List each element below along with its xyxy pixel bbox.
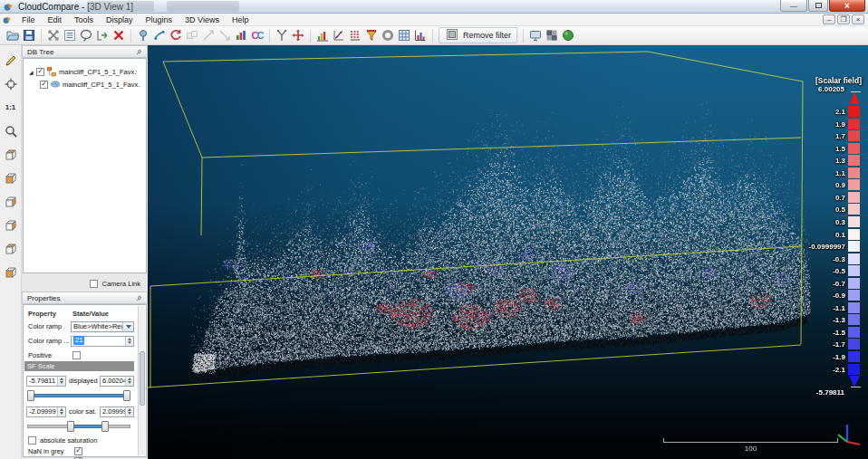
menu-3d-views[interactable]: 3D Views [178, 14, 226, 26]
menu-edit[interactable]: Edit [42, 14, 69, 26]
delete-icon[interactable] [111, 27, 127, 43]
view-back-icon[interactable] [3, 241, 18, 256]
mdi-minimize-button[interactable]: ‒ [823, 14, 835, 24]
saturation-min-spinbox[interactable]: -2.09999 [26, 406, 66, 417]
scrollbar-thumb[interactable] [140, 351, 145, 406]
apply-transformation-icon[interactable] [94, 27, 111, 43]
minimize-button[interactable]: — [780, 0, 807, 12]
match-scale-down-icon[interactable] [217, 27, 233, 43]
maximize-button[interactable] [808, 0, 828, 12]
view-bottom-icon[interactable] [3, 264, 18, 280]
compute-octree-icon[interactable] [380, 27, 396, 43]
point-list-picking-icon[interactable] [151, 27, 168, 43]
zoom-center-icon[interactable] [45, 27, 62, 43]
displayed-min-spinbox[interactable]: -5.79811 [26, 376, 66, 387]
color-scales-manager-icon[interactable]: CC [249, 27, 265, 43]
remove-filter-button[interactable]: Remove filter [439, 27, 517, 43]
legend-value-label: 0.1 [835, 231, 845, 239]
edit-pen-icon[interactable] [3, 53, 18, 68]
sf-arithmetic-icon[interactable] [363, 27, 380, 43]
color-ramp-steps-value[interactable]: 21 [73, 336, 84, 345]
positive-checkbox[interactable]: ✓ [72, 351, 81, 359]
pin-icon[interactable] [134, 294, 143, 303]
menu-plugins[interactable]: Plugins [140, 14, 179, 26]
tree-item-label[interactable]: maincliff_CP1_5_1_Favx.txt... [59, 68, 137, 76]
camera-link-checkbox[interactable]: ✓ [90, 280, 98, 288]
tree-item-checkbox[interactable]: ✓ [36, 68, 44, 76]
color-ramp-steps-label: Color ramp ... [28, 337, 69, 345]
segment-icon[interactable] [78, 27, 94, 43]
tree-item-label[interactable]: maincliff_CP1_5_1_Favx... [63, 81, 140, 89]
save-icon[interactable] [21, 27, 37, 43]
zoom-1-1-icon[interactable]: 1:1 [3, 100, 18, 115]
slider-handle-left[interactable] [67, 421, 74, 432]
pin-icon[interactable] [134, 48, 143, 57]
spinner-arrows[interactable] [57, 407, 65, 416]
saturation-max-spinbox[interactable]: 2.09999 [100, 406, 134, 417]
legend-color-swatch [848, 204, 860, 215]
mdi-close-button[interactable]: × [852, 14, 864, 24]
tree-item-file[interactable]: ◢ ✓ maincliff_CP1_5_1_Favx.txt... [29, 66, 137, 77]
legend-value-label: -1.5 [833, 329, 845, 337]
slider-handle-right[interactable] [123, 390, 130, 401]
sf-gradient-icon[interactable] [331, 27, 347, 43]
mdi-restore-button[interactable]: ❐ [837, 14, 850, 24]
menu-help[interactable]: Help [226, 14, 256, 26]
displayed-max-spinbox[interactable]: 6.00204 [100, 376, 134, 387]
view-top-icon[interactable] [3, 147, 18, 162]
color-ramp-steps-spinbox[interactable]: 21 [71, 336, 134, 347]
slider-handle-right[interactable] [101, 421, 109, 432]
render-ball-icon[interactable] [560, 27, 576, 43]
sf-filter-icon[interactable] [347, 27, 363, 43]
menu-tools[interactable]: Tools [68, 14, 100, 26]
menu-display[interactable]: Display [100, 14, 140, 26]
spinner-arrows[interactable] [57, 377, 65, 386]
legend-row: -0.7 [148, 278, 868, 289]
expander-icon[interactable]: ◢ [29, 69, 36, 75]
tree-item-checkbox[interactable]: ✓ [40, 81, 48, 89]
close-button[interactable]: × [829, 0, 865, 12]
open-icon[interactable] [5, 27, 21, 43]
align-icon[interactable] [184, 27, 200, 43]
statistical-test-icon[interactable] [233, 27, 249, 43]
legend-value-label: 0.7 [835, 194, 845, 202]
displayed-range-slider[interactable] [27, 390, 130, 401]
properties-list-icon[interactable] [62, 27, 78, 43]
main-toolbar: CCRemove filter [0, 26, 868, 45]
spinner-arrows[interactable] [125, 407, 133, 416]
scale-bar-label: 100 [663, 445, 838, 453]
tree-item-cloud[interactable]: ✓ maincliff_CP1_5_1_Favx... [40, 79, 140, 90]
camera-link-label: Camera Link [101, 280, 140, 288]
menu-file[interactable]: File [15, 14, 42, 26]
db-tree-title: DB Tree [27, 48, 53, 56]
view-front-icon[interactable] [3, 170, 18, 186]
view-left-icon[interactable] [3, 194, 18, 209]
absolute-saturation-checkbox[interactable]: ✓ [28, 436, 36, 445]
view-right-icon[interactable] [3, 217, 18, 233]
legend-row: 1.9 [148, 119, 868, 129]
pivot-icon[interactable] [3, 76, 18, 91]
register-icon[interactable] [168, 27, 184, 43]
display-settings-icon[interactable] [527, 27, 544, 43]
sf-histogram-icon[interactable] [314, 27, 331, 43]
combo-dropdown-button[interactable] [122, 322, 133, 331]
stereo-icon[interactable] [544, 27, 560, 43]
slider-handle-left[interactable] [27, 390, 34, 401]
point-picking-icon[interactable] [135, 27, 151, 43]
legend-value-label: -1.9 [833, 353, 845, 361]
saturation-range-slider[interactable] [27, 421, 130, 432]
match-scale-up-icon[interactable] [200, 27, 217, 43]
rasterize-icon[interactable] [396, 27, 412, 43]
legend-color-swatch [848, 302, 860, 313]
color-ramp-select[interactable]: Blue>White>Rec [71, 321, 134, 332]
translate-rotate-icon[interactable] [290, 27, 306, 43]
global-zoom-icon[interactable] [3, 123, 18, 139]
spinner-arrows[interactable] [125, 377, 133, 386]
properties-scrollbar[interactable] [138, 306, 145, 455]
legend-row: 0.3 [148, 216, 868, 227]
displayed-max-value: 6.00204 [101, 377, 125, 385]
spinner-arrows[interactable] [125, 337, 133, 346]
nan-in-grey-checkbox[interactable]: ✓ [74, 447, 82, 455]
compute-histogram-icon[interactable] [412, 27, 429, 43]
sample-points-icon[interactable] [274, 27, 290, 43]
